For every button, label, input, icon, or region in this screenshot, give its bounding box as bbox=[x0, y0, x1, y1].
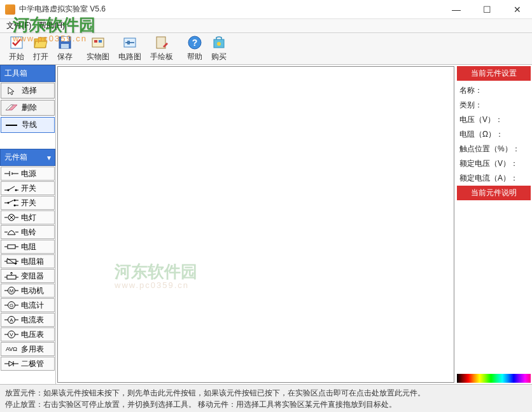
start-button[interactable]: 开始 bbox=[5, 34, 28, 64]
component-icon bbox=[3, 184, 20, 193]
wire-tool[interactable]: 导线 bbox=[1, 117, 55, 133]
status-line2: 停止放置：右击实验区可停止放置，并切换到选择工具。 移动元件：用选择工具将实验区… bbox=[5, 399, 527, 410]
prop-voltage: 电压（V）： bbox=[457, 113, 531, 127]
component-icon bbox=[3, 169, 20, 178]
prop-rated-v: 额定电压（V）： bbox=[457, 156, 531, 171]
select-tool[interactable]: 选择 bbox=[1, 83, 55, 99]
window-title: 中学电路虚拟实验室 V5.6 bbox=[19, 4, 447, 15]
svg-point-12 bbox=[217, 42, 221, 46]
component-0[interactable]: 电源 bbox=[1, 167, 55, 181]
component-8[interactable]: M电动机 bbox=[1, 284, 55, 298]
delete-tool[interactable]: 删除 bbox=[1, 100, 55, 116]
component-12[interactable]: AVΩ多用表 bbox=[1, 342, 55, 356]
svg-text:?: ? bbox=[192, 38, 198, 48]
window-controls: — ☐ ✕ bbox=[447, 4, 527, 15]
prop-contact: 触点位置（%）： bbox=[457, 142, 531, 156]
save-icon bbox=[57, 35, 73, 50]
main-area: 工具箱 选择 删除 导线 元件箱 ▾ 电源开关开关电灯电铃电阻电阻箱变阻器M电动… bbox=[0, 65, 532, 384]
close-button[interactable]: ✕ bbox=[508, 4, 527, 15]
component-2[interactable]: 开关 bbox=[1, 196, 55, 210]
compbox-header[interactable]: 元件箱 ▾ bbox=[0, 149, 55, 166]
svg-rect-3 bbox=[61, 44, 69, 48]
component-6[interactable]: 电阻箱 bbox=[1, 254, 55, 268]
eraser-icon bbox=[4, 104, 19, 113]
save-button[interactable]: 保存 bbox=[53, 34, 76, 64]
component-icon bbox=[3, 257, 20, 266]
menubar: 文件(F) 帮助(H) bbox=[0, 19, 532, 33]
open-button[interactable]: 打开 bbox=[29, 34, 52, 64]
component-11[interactable]: V电压表 bbox=[1, 327, 55, 341]
component-icon bbox=[3, 198, 20, 207]
component-9[interactable]: G电流计 bbox=[1, 298, 55, 312]
component-4[interactable]: 电铃 bbox=[1, 225, 55, 239]
titlebar: 中学电路虚拟实验室 V5.6 — ☐ ✕ bbox=[0, 0, 532, 19]
svg-rect-5 bbox=[94, 40, 97, 43]
draw-board-button[interactable]: 手绘板 bbox=[146, 34, 177, 64]
wire-icon bbox=[4, 121, 19, 130]
app-icon bbox=[5, 4, 15, 15]
component-icon: AVΩ bbox=[3, 345, 20, 354]
component-icon: M bbox=[3, 286, 20, 295]
left-panel: 工具箱 选择 删除 导线 元件箱 ▾ 电源开关开关电灯电铃电阻电阻箱变阻器M电动… bbox=[0, 65, 56, 384]
component-13[interactable]: 二极管 bbox=[1, 357, 55, 371]
svg-rect-4 bbox=[92, 38, 104, 47]
maximize-button[interactable]: ☐ bbox=[477, 4, 496, 15]
prop-type: 类别： bbox=[457, 98, 531, 113]
component-icon: G bbox=[3, 301, 20, 310]
circuit-view-icon bbox=[122, 35, 137, 50]
svg-rect-2 bbox=[61, 37, 69, 41]
component-5[interactable]: 电阻 bbox=[1, 240, 55, 254]
component-icon: A bbox=[3, 315, 20, 324]
component-1[interactable]: 开关 bbox=[1, 181, 55, 195]
svg-text:M: M bbox=[10, 288, 14, 294]
real-view-button[interactable]: 实物图 bbox=[83, 34, 113, 64]
svg-line-25 bbox=[8, 200, 13, 203]
minimize-button[interactable]: — bbox=[447, 4, 466, 15]
statusbar: 放置元件：如果该元件按钮未按下，则先单击此元件按钮，如果该元件按钮已按下，在实验… bbox=[0, 384, 532, 412]
svg-rect-39 bbox=[8, 245, 15, 249]
experiment-canvas[interactable] bbox=[57, 66, 454, 383]
component-3[interactable]: 电灯 bbox=[1, 210, 55, 224]
svg-text:G: G bbox=[10, 303, 13, 308]
help-icon: ? bbox=[187, 35, 202, 50]
props-header: 当前元件设置 bbox=[457, 66, 531, 81]
real-view-icon bbox=[90, 35, 106, 50]
desc-header: 当前元件说明 bbox=[457, 186, 531, 200]
svg-rect-46 bbox=[7, 275, 16, 279]
svg-text:V: V bbox=[10, 332, 13, 338]
help-button[interactable]: ? 帮助 bbox=[183, 34, 206, 64]
toolbox-header: 工具箱 bbox=[0, 65, 55, 82]
component-10[interactable]: A电流表 bbox=[1, 313, 55, 327]
component-icon bbox=[3, 271, 20, 280]
component-icon bbox=[3, 359, 20, 368]
color-picker-bar[interactable] bbox=[457, 374, 531, 383]
chevron-down-icon: ▾ bbox=[47, 153, 51, 162]
start-icon bbox=[9, 35, 24, 50]
open-icon bbox=[33, 35, 48, 50]
component-icon bbox=[3, 213, 20, 222]
svg-rect-6 bbox=[99, 40, 102, 43]
component-icon bbox=[3, 228, 20, 237]
buy-icon bbox=[211, 35, 227, 50]
main-toolbar: 开始 打开 保存 实物图 电路图 手绘板 ? 帮助 购买 bbox=[0, 33, 532, 65]
draw-board-icon bbox=[154, 35, 169, 50]
component-icon: V bbox=[3, 330, 20, 339]
svg-line-20 bbox=[8, 186, 15, 190]
prop-name: 名称： bbox=[457, 83, 531, 98]
buy-button[interactable]: 购买 bbox=[207, 34, 230, 64]
status-line1: 放置元件：如果该元件按钮未按下，则先单击此元件按钮，如果该元件按钮已按下，在实验… bbox=[5, 387, 527, 399]
component-7[interactable]: 变阻器 bbox=[1, 269, 55, 283]
prop-rated-a: 额定电流（A）： bbox=[457, 171, 531, 186]
svg-text:A: A bbox=[10, 317, 13, 323]
menu-file[interactable]: 文件(F) bbox=[4, 19, 34, 32]
desc-area bbox=[457, 203, 531, 374]
prop-resistance: 电阻（Ω）： bbox=[457, 127, 531, 142]
component-icon bbox=[3, 242, 20, 251]
menu-help[interactable]: 帮助(H) bbox=[36, 19, 67, 32]
component-list: 电源开关开关电灯电铃电阻电阻箱变阻器M电动机G电流计A电流表V电压表AVΩ多用表… bbox=[0, 166, 55, 371]
right-panel: 当前元件设置 名称： 类别： 电压（V）： 电阻（Ω）： 触点位置（%）： 额定… bbox=[456, 65, 532, 384]
cursor-icon bbox=[4, 86, 19, 95]
circuit-view-button[interactable]: 电路图 bbox=[115, 34, 145, 64]
